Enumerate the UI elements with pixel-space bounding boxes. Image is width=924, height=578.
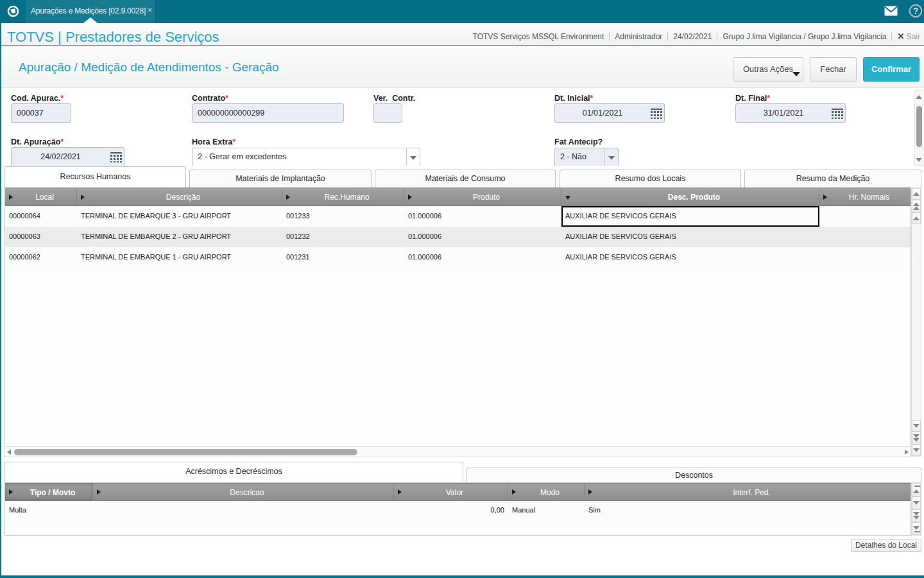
svg-text:?: ? [913, 6, 919, 16]
